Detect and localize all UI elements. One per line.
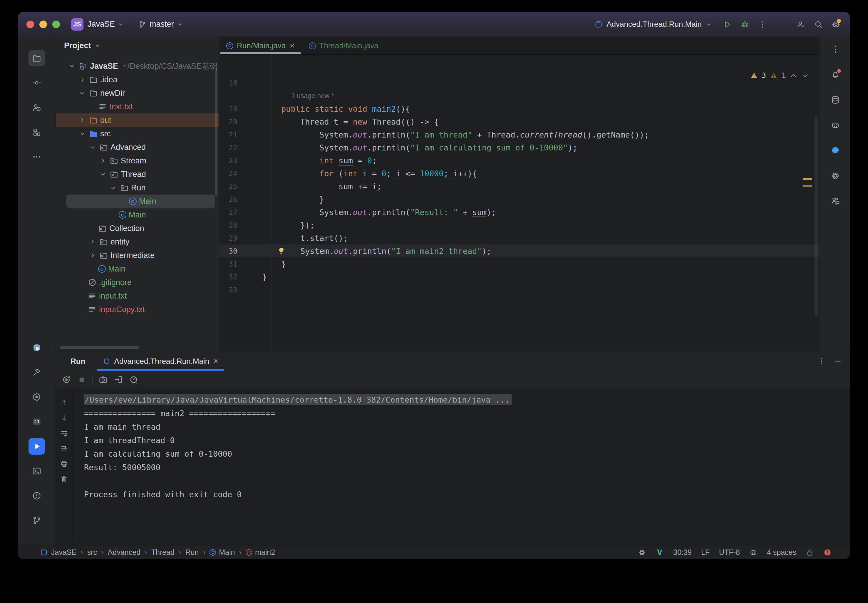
tool-strip-button-services[interactable] [28, 389, 45, 405]
tool-strip-button-chat[interactable] [828, 143, 843, 158]
tree-row-inputCopy.txt[interactable]: inputCopy.txt [56, 303, 219, 316]
run-config-icon [103, 358, 110, 365]
scrollend-icon[interactable] [60, 444, 68, 453]
up-icon[interactable] [60, 399, 68, 407]
settings-gear-icon[interactable] [832, 20, 840, 29]
editor-scrollbar[interactable] [814, 116, 818, 316]
tool-strip-button-mascot-plugin[interactable] [28, 339, 45, 356]
status-widget[interactable]: UTF-8 [719, 548, 740, 557]
hide-panel-icon[interactable] [833, 357, 842, 366]
editor-tab-Run/Main.java[interactable]: CRun/Main.java× [219, 37, 302, 54]
run-panel-options-icon[interactable] [817, 357, 826, 366]
tool-strip-button-bookmarks[interactable] [28, 413, 45, 430]
breadcrumb-Advanced[interactable]: Advanced [108, 548, 141, 557]
zoom-window-button[interactable] [52, 20, 60, 28]
close-icon[interactable]: × [213, 356, 218, 366]
down-icon[interactable] [60, 414, 68, 422]
tree-row-Main[interactable]: CMain [56, 208, 219, 221]
tree-vertical-scrollbar[interactable] [215, 70, 218, 196]
bot-status-icon[interactable] [749, 548, 757, 557]
intention-bulb-icon[interactable] [277, 246, 286, 257]
add-user-icon[interactable] [796, 20, 805, 29]
error-status-icon[interactable] [823, 548, 832, 557]
run-console-tab[interactable]: Advanced.Thread.Run.Main × [96, 351, 226, 371]
tree-row-Intermediate[interactable]: Intermediate [56, 249, 219, 262]
tool-strip-button-code-with-me[interactable] [828, 193, 843, 209]
tree-row-.idea[interactable]: .idea [56, 73, 219, 87]
tool-strip-button-database[interactable] [828, 92, 843, 108]
debug-button[interactable] [740, 20, 749, 29]
tree-row-JavaSE[interactable]: JavaSE~/Desktop/CS/JavaSE基础 [56, 59, 219, 73]
code-editor[interactable]: 181 usage new *19 public static void mai… [219, 55, 820, 351]
attach-icon[interactable] [114, 375, 123, 384]
tree-row-Main[interactable]: CMain [56, 262, 219, 276]
breadcrumb-Thread[interactable]: Thread [151, 548, 175, 557]
prev-problem-icon[interactable] [789, 71, 797, 80]
vpn-status-icon[interactable] [656, 548, 664, 557]
tool-strip-button-contributors[interactable]: ? [28, 99, 45, 116]
tool-strip-button-problems[interactable] [28, 487, 45, 504]
tool-strip-button-ai-assistant[interactable] [828, 118, 843, 133]
structure-icon [32, 128, 42, 137]
lock-status-icon[interactable] [806, 548, 814, 557]
tool-strip-button-terminal[interactable] [28, 463, 45, 479]
tree-row-text.txt[interactable]: text.txt [56, 100, 219, 113]
close-window-button[interactable] [26, 20, 34, 28]
tool-strip-button-project-folder[interactable] [28, 50, 45, 66]
tool-strip-button-editor-menu[interactable] [828, 42, 843, 57]
clear-icon[interactable] [60, 475, 68, 483]
status-widget[interactable]: LF [701, 548, 710, 557]
breadcrumb-main2[interactable]: mmain2 [246, 548, 275, 557]
tool-strip-button-git-branch[interactable] [28, 512, 45, 529]
profiler-icon[interactable] [129, 375, 138, 384]
next-problem-icon[interactable] [801, 71, 809, 80]
tree-row-newDir[interactable]: newDir [56, 87, 219, 100]
tree-row-entity[interactable]: entity [56, 235, 219, 249]
breadcrumb-src[interactable]: src [87, 548, 97, 557]
breadcrumb-Main[interactable]: CMain [210, 548, 235, 557]
run-config-selector[interactable]: Advanced.Thread.Run.Main [594, 20, 712, 29]
project-panel-header[interactable]: Project [56, 37, 219, 54]
rerun-icon[interactable] [62, 375, 71, 384]
console-output[interactable]: /Users/eve/Library/Java/JavaVirtualMachi… [73, 388, 850, 545]
tree-row-Main[interactable]: CMain [66, 195, 215, 208]
tool-strip-button-commit[interactable] [28, 75, 45, 91]
tree-row-out[interactable]: out [56, 113, 219, 127]
problems-icon [32, 491, 42, 501]
tree-horizontal-scrollbar[interactable] [60, 346, 139, 349]
inspections-widget[interactable]: 3 1 [750, 71, 809, 80]
tree-row-Advanced[interactable]: Advanced [56, 141, 219, 154]
tool-strip-button-openai[interactable] [828, 168, 843, 183]
tool-strip-button-build[interactable] [28, 364, 45, 380]
openai-status-icon[interactable] [638, 548, 646, 557]
breadcrumb-Run[interactable]: Run [185, 548, 199, 557]
tree-row-Thread[interactable]: Thread [56, 167, 219, 181]
close-icon[interactable]: × [290, 41, 294, 51]
stop-icon[interactable] [77, 375, 86, 384]
file-icon [98, 102, 107, 111]
tool-strip-button-structure[interactable] [28, 124, 45, 141]
editor-tab-Thread/Main.java[interactable]: CThread/Main.java [302, 37, 386, 54]
tree-row-src[interactable]: src [56, 127, 219, 141]
camera-icon[interactable] [99, 375, 108, 384]
tool-strip-button-more[interactable] [28, 149, 45, 165]
tree-row-Collection[interactable]: Collection [56, 221, 219, 235]
tree-row-Stream[interactable]: Stream [56, 154, 219, 167]
branch-widget[interactable]: master [138, 20, 183, 29]
status-widget[interactable]: 30:39 [673, 548, 692, 557]
tree-row-input.txt[interactable]: input.txt [56, 289, 219, 303]
project-widget[interactable]: JS JavaSE [71, 18, 124, 31]
softwrap-icon[interactable] [60, 429, 68, 438]
run-button[interactable] [723, 20, 732, 29]
breadcrumb-JavaSE[interactable]: JavaSE [39, 548, 76, 557]
tree-row-.gitignore[interactable]: .gitignore [56, 276, 219, 289]
search-icon[interactable] [814, 20, 823, 29]
tool-strip-button-notifications[interactable] [828, 67, 843, 82]
print-icon[interactable] [60, 459, 68, 468]
status-widget[interactable]: 4 spaces [767, 548, 796, 557]
more-actions-button[interactable] [758, 20, 767, 29]
tree-row-Run[interactable]: Run [56, 181, 219, 195]
contributors-icon: ? [32, 103, 42, 112]
minimize-window-button[interactable] [39, 20, 47, 28]
tool-strip-button-run[interactable] [28, 438, 45, 455]
